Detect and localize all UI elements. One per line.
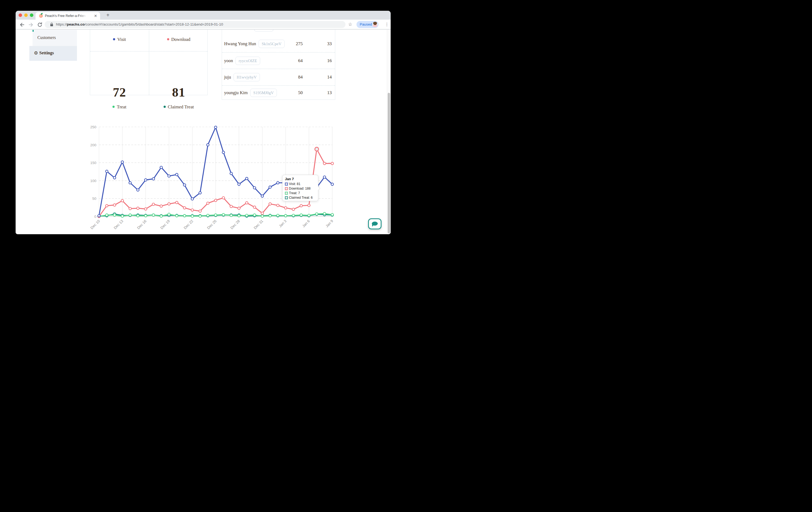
sidebar-item-label: Customers bbox=[37, 35, 56, 40]
customer-visits: 275 bbox=[296, 41, 303, 47]
download-dot-icon bbox=[167, 38, 169, 40]
chart-tooltip: Jan 7 Visit: 81 Download: 188 Treat: 7 C… bbox=[282, 175, 318, 201]
tooltip-date: Jan 7 bbox=[285, 177, 316, 181]
svg-text:Dec 22: Dec 22 bbox=[183, 219, 194, 230]
stat-cell-claimed-treat: 81 Claimed Treat bbox=[149, 51, 208, 95]
stats-summary-panel: 7 Visit 7 Download 72 Treat 81 Claimed T… bbox=[90, 30, 208, 95]
browser-menu-icon[interactable]: ⋮ bbox=[385, 22, 388, 27]
visit-swatch-icon bbox=[285, 183, 288, 185]
tooltip-row-visit: Visit: 81 bbox=[285, 182, 316, 186]
visit-partial-number: 7 bbox=[113, 30, 129, 32]
svg-text:Jan 3: Jan 3 bbox=[278, 219, 287, 228]
peach-favicon-icon bbox=[39, 14, 43, 18]
table-row[interactable]: Hwang Yong HunSk1n5CpeV 275 33 bbox=[222, 35, 335, 52]
treat-dot-icon bbox=[113, 106, 115, 108]
download-legend: Download bbox=[149, 37, 208, 42]
customer-referrals: 33 bbox=[327, 41, 332, 47]
claimed-treat-legend: Claimed Treat bbox=[149, 104, 208, 110]
table-row[interactable]: yoonryycxOIZE 64 16 bbox=[222, 52, 335, 69]
claimed-treat-count: 81 bbox=[149, 85, 208, 99]
url-text: https://peachs.co/console/#!/accounts/1/… bbox=[56, 22, 223, 26]
browser-tab[interactable]: Peach's Free Refer-a-Friend S ✕ bbox=[35, 12, 100, 20]
stat-cell-treat: 72 Treat bbox=[90, 51, 149, 95]
window-close-button[interactable] bbox=[19, 13, 22, 17]
sidebar-selected-item-sliver bbox=[33, 30, 34, 32]
sidebar-item-label: Settings bbox=[39, 51, 54, 55]
svg-text:Jan 9: Jan 9 bbox=[325, 219, 334, 228]
customer-referrals: 14 bbox=[327, 74, 332, 80]
customer-visits: 64 bbox=[298, 58, 303, 63]
svg-text:150: 150 bbox=[90, 161, 96, 165]
svg-text:0: 0 bbox=[94, 215, 96, 219]
customer-name: yoonryycxOIZE bbox=[224, 57, 260, 65]
svg-text:50: 50 bbox=[92, 197, 96, 201]
chat-launcher-button[interactable] bbox=[368, 218, 381, 230]
customer-referrals: 13 bbox=[327, 90, 332, 95]
gear-icon: ⚙ bbox=[34, 50, 38, 56]
page-content: 050100150200250Dec 10Dec 13Dec 16Dec 19D… bbox=[16, 30, 391, 234]
svg-text:200: 200 bbox=[90, 143, 96, 147]
visit-dot-icon bbox=[113, 38, 115, 40]
cutoff-row-badge bbox=[254, 30, 273, 31]
tab-strip: Peach's Free Refer-a-Friend S ✕ + bbox=[16, 11, 391, 20]
customer-visits: 50 bbox=[298, 90, 303, 95]
svg-text:100: 100 bbox=[90, 179, 96, 183]
scrollbar-thumb[interactable] bbox=[388, 93, 390, 233]
stat-cell-download: 7 Download bbox=[149, 30, 208, 51]
new-tab-button[interactable]: + bbox=[105, 12, 111, 19]
forward-icon[interactable] bbox=[28, 22, 34, 27]
profile-avatar bbox=[372, 22, 378, 27]
stat-cell-visit: 7 Visit bbox=[90, 30, 149, 51]
window-minimize-button[interactable] bbox=[24, 13, 28, 17]
treat-count: 72 bbox=[90, 85, 149, 99]
visit-legend: Visit bbox=[90, 37, 149, 42]
table-row[interactable]: youngju KimS195MJ0gV 50 13 bbox=[222, 85, 335, 100]
svg-text:Dec 10: Dec 10 bbox=[90, 219, 100, 230]
customer-referrals: 16 bbox=[327, 58, 332, 63]
tooltip-row-download: Download: 188 bbox=[285, 186, 316, 191]
customer-visits: 84 bbox=[298, 74, 303, 80]
back-icon[interactable] bbox=[19, 22, 25, 27]
svg-text:Dec 25: Dec 25 bbox=[206, 219, 218, 230]
svg-text:Dec 28: Dec 28 bbox=[230, 219, 240, 230]
svg-text:Dec 16: Dec 16 bbox=[137, 219, 147, 230]
bookmark-star-icon[interactable]: ☆ bbox=[348, 22, 352, 27]
referral-code-badge: ryycxOIZE bbox=[235, 57, 260, 65]
svg-text:250: 250 bbox=[90, 125, 96, 129]
claimed-treat-dot-icon bbox=[164, 106, 166, 108]
lock-icon bbox=[50, 23, 53, 26]
download-partial-number: 7 bbox=[170, 30, 186, 32]
tab-title-fade bbox=[79, 14, 88, 19]
treat-legend: Treat bbox=[90, 104, 149, 110]
window-zoom-button[interactable] bbox=[30, 13, 33, 17]
url-bar[interactable]: https://peachs.co/console/#!/accounts/1/… bbox=[45, 21, 345, 28]
url-scheme: https:// bbox=[56, 22, 67, 26]
tooltip-row-claimed-treat: Claimed Treat: 6 bbox=[285, 195, 316, 200]
url-host: peachs.co bbox=[67, 22, 85, 26]
referral-code-badge: Sk1n5CpeV bbox=[259, 40, 285, 48]
paused-label: Paused bbox=[360, 22, 372, 26]
download-swatch-icon bbox=[285, 187, 288, 190]
customer-name: Hwang Yong HunSk1n5CpeV bbox=[224, 40, 285, 48]
svg-text:Jan 6: Jan 6 bbox=[301, 219, 311, 228]
svg-text:Dec 13: Dec 13 bbox=[113, 219, 124, 230]
svg-text:Dec 19: Dec 19 bbox=[160, 219, 171, 230]
tab-close-icon[interactable]: ✕ bbox=[93, 14, 98, 18]
table-row[interactable]: jujuH1wvjyhyV 84 14 bbox=[222, 68, 335, 85]
reload-icon[interactable] bbox=[37, 22, 42, 27]
tooltip-row-treat: Treat: 7 bbox=[285, 191, 316, 195]
top-customers-table: Hwang Yong HunSk1n5CpeV 275 33 yoonryycx… bbox=[222, 30, 335, 100]
svg-text:Dec 31: Dec 31 bbox=[253, 219, 264, 230]
customer-name: jujuH1wvjyhyV bbox=[224, 73, 260, 82]
referral-code-badge: S195MJ0gV bbox=[250, 89, 277, 97]
paused-extension-badge[interactable]: Paused bbox=[356, 21, 379, 28]
referral-code-badge: H1wvjyhyV bbox=[234, 73, 260, 82]
browser-toolbar: https://peachs.co/console/#!/accounts/1/… bbox=[16, 20, 391, 30]
chat-bubble-icon bbox=[372, 221, 378, 225]
browser-window: Peach's Free Refer-a-Friend S ✕ + https:… bbox=[16, 11, 391, 234]
claimed-treat-swatch-icon bbox=[285, 196, 288, 199]
url-path: /console/#!/accounts/1/gambits/5/dashboa… bbox=[85, 22, 223, 26]
sidebar-item-settings[interactable]: ⚙ Settings bbox=[29, 46, 77, 61]
sidebar-item-customers[interactable]: Customers bbox=[33, 30, 77, 46]
customer-name: youngju KimS195MJ0gV bbox=[224, 89, 277, 97]
